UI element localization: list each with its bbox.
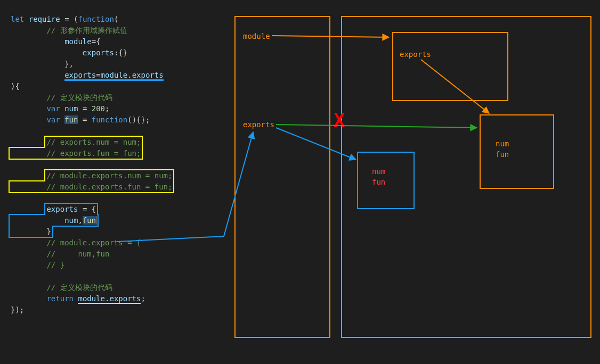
scope-box-left <box>234 16 330 338</box>
module-object-box <box>392 32 508 101</box>
var-require: require <box>29 15 60 23</box>
comment: // 形参作用域操作赋值 <box>46 26 127 35</box>
exports-assignment-underlined: exports=module.exports <box>64 71 163 81</box>
label-fun-red: fun <box>372 177 385 188</box>
label-num-orange: num <box>496 138 509 150</box>
label-module: module <box>243 31 270 42</box>
comment: // 定义模块的代码 <box>46 283 112 292</box>
keyword-function: function <box>78 15 113 23</box>
blue-box-exports: exports = { num,fun } <box>11 205 96 236</box>
keyword-let: let <box>11 15 24 23</box>
comment: // 定义模块的代码 <box>46 93 112 102</box>
return-underlined: module.exports <box>78 294 141 304</box>
new-object-box <box>357 152 415 209</box>
label-num-red: num <box>372 166 385 177</box>
label-exports-inner: exports <box>400 49 431 60</box>
exports-object-box <box>480 114 554 189</box>
yellow-box-1: // exports.num = num; // exports.fun = f… <box>11 138 141 158</box>
label-fun-orange: fun <box>496 149 509 160</box>
yellow-box-2: // module.exports.num = num; // module.e… <box>11 171 172 191</box>
x-mark-icon: X <box>334 105 345 136</box>
label-exports-left: exports <box>243 119 274 130</box>
code-block: let require = (function( // 形参作用域操作赋值 mo… <box>11 3 172 316</box>
